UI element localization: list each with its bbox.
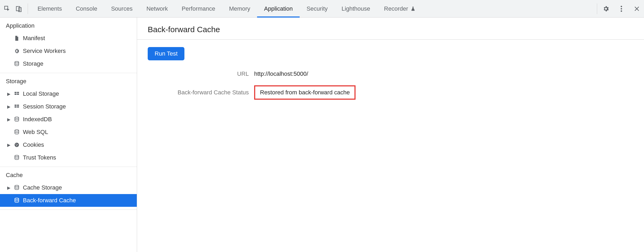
- sidebar-item-cookies[interactable]: ▶ Cookies: [0, 138, 137, 151]
- svg-point-21: [15, 155, 19, 157]
- svg-rect-8: [17, 92, 19, 93]
- sidebar-item-label: Back-forward Cache: [23, 197, 76, 204]
- sidebar-item-label: Trust Tokens: [23, 154, 56, 161]
- settings-icon[interactable]: [602, 5, 610, 13]
- chevron-right-icon[interactable]: ▶: [7, 117, 11, 122]
- sidebar-heading: Storage: [0, 73, 137, 87]
- status-grid: URL http://localhost:5000/ Back-forward …: [148, 70, 633, 100]
- svg-point-3: [621, 6, 622, 7]
- svg-point-18: [16, 144, 16, 145]
- status-highlight: Restored from back-forward cache: [254, 85, 356, 100]
- sidebar-item-label: Service Workers: [23, 48, 66, 54]
- bfcache-status-value: Restored from back-forward cache: [254, 85, 633, 100]
- svg-point-16: [15, 130, 19, 131]
- sidebar-heading: Cache: [0, 167, 137, 181]
- database-icon: [13, 197, 20, 204]
- content-area: Application Manifest Service Workers Sto…: [0, 18, 644, 252]
- tab-application[interactable]: Application: [257, 0, 300, 17]
- flask-icon: [410, 6, 416, 11]
- sidebar-item-label: IndexedDB: [23, 116, 52, 123]
- tab-performance[interactable]: Performance: [175, 0, 222, 17]
- database-icon: [13, 154, 20, 161]
- toolbar-left-group: [3, 3, 28, 14]
- svg-point-23: [15, 198, 19, 200]
- inspect-element-icon[interactable]: [3, 5, 11, 13]
- grid-icon: [13, 90, 20, 97]
- svg-rect-12: [17, 105, 19, 106]
- gear-icon: [13, 48, 20, 54]
- svg-point-15: [15, 117, 19, 119]
- url-label: URL: [148, 70, 249, 77]
- svg-point-5: [621, 10, 622, 12]
- chevron-right-icon[interactable]: ▶: [7, 142, 11, 148]
- devtools-tabs: Elements Console Sources Network Perform…: [31, 0, 423, 17]
- sidebar-item-cache-storage[interactable]: ▶ Cache Storage: [0, 181, 137, 194]
- sidebar-section-application: Application Manifest Service Workers Sto…: [0, 18, 137, 73]
- toolbar-right-group: [597, 3, 641, 14]
- tab-network[interactable]: Network: [139, 0, 175, 17]
- bfcache-status-label: Back-forward Cache Status: [148, 89, 249, 96]
- sidebar-item-storage[interactable]: Storage: [0, 57, 137, 70]
- svg-point-22: [15, 185, 19, 187]
- svg-rect-10: [17, 94, 19, 95]
- tab-lighthouse[interactable]: Lighthouse: [335, 0, 377, 17]
- chevron-right-icon[interactable]: ▶: [7, 104, 11, 109]
- svg-rect-14: [17, 106, 19, 108]
- tab-recorder[interactable]: Recorder: [377, 0, 422, 17]
- chevron-right-icon[interactable]: ▶: [7, 185, 11, 190]
- grid-icon: [13, 103, 20, 110]
- sidebar-item-label: Cookies: [23, 141, 44, 148]
- sidebar-item-back-forward-cache[interactable]: Back-forward Cache: [0, 194, 137, 207]
- sidebar-item-label: Manifest: [23, 35, 45, 42]
- sidebar-item-label: Cache Storage: [23, 184, 62, 191]
- sidebar-item-trust-tokens[interactable]: Trust Tokens: [0, 151, 137, 164]
- main-panel: Back-forward Cache Run Test URL http://l…: [137, 18, 644, 252]
- sidebar-item-label: Storage: [23, 60, 43, 67]
- sidebar-heading: Application: [0, 18, 137, 32]
- svg-point-20: [16, 145, 17, 146]
- sidebar-item-indexeddb[interactable]: ▶ IndexedDB: [0, 113, 137, 126]
- tab-memory[interactable]: Memory: [222, 0, 257, 17]
- run-test-button[interactable]: Run Test: [148, 47, 184, 60]
- svg-rect-9: [15, 94, 16, 95]
- svg-point-6: [15, 61, 19, 63]
- svg-rect-13: [15, 106, 16, 108]
- svg-point-19: [17, 144, 18, 145]
- sidebar-item-label: Local Storage: [23, 90, 59, 97]
- sidebar-item-session-storage[interactable]: ▶ Session Storage: [0, 100, 137, 113]
- tab-sources[interactable]: Sources: [104, 0, 139, 17]
- sidebar-item-label: Session Storage: [23, 103, 66, 110]
- svg-point-17: [15, 143, 19, 147]
- sidebar-section-storage: Storage ▶ Local Storage ▶ Session Storag…: [0, 73, 137, 167]
- svg-rect-1: [16, 6, 20, 11]
- close-icon[interactable]: [633, 5, 641, 13]
- sidebar-item-service-workers[interactable]: Service Workers: [0, 45, 137, 57]
- tab-elements[interactable]: Elements: [31, 0, 69, 17]
- devtools-toolbar: Elements Console Sources Network Perform…: [0, 0, 644, 18]
- chevron-right-icon[interactable]: ▶: [7, 91, 11, 96]
- database-icon: [13, 129, 20, 136]
- main-body: Run Test URL http://localhost:5000/ Back…: [137, 40, 644, 107]
- database-icon: [13, 184, 20, 191]
- svg-rect-7: [15, 92, 16, 93]
- page-title: Back-forward Cache: [137, 18, 644, 40]
- cookie-icon: [13, 141, 20, 148]
- sidebar-item-manifest[interactable]: Manifest: [0, 32, 137, 45]
- url-value: http://localhost:5000/: [254, 70, 633, 77]
- svg-rect-11: [15, 105, 16, 106]
- sidebar-item-label: Web SQL: [23, 129, 48, 136]
- file-icon: [13, 35, 20, 42]
- database-icon: [13, 116, 20, 123]
- more-icon[interactable]: [617, 5, 625, 13]
- svg-point-4: [621, 8, 622, 9]
- database-icon: [13, 60, 20, 67]
- device-toggle-icon[interactable]: [15, 5, 23, 13]
- tab-security[interactable]: Security: [300, 0, 335, 17]
- sidebar-item-local-storage[interactable]: ▶ Local Storage: [0, 87, 137, 100]
- sidebar-item-websql[interactable]: Web SQL: [0, 126, 137, 138]
- sidebar-section-cache: Cache ▶ Cache Storage Back-forward Cache: [0, 167, 137, 210]
- tab-console[interactable]: Console: [69, 0, 104, 17]
- application-sidebar: Application Manifest Service Workers Sto…: [0, 18, 137, 252]
